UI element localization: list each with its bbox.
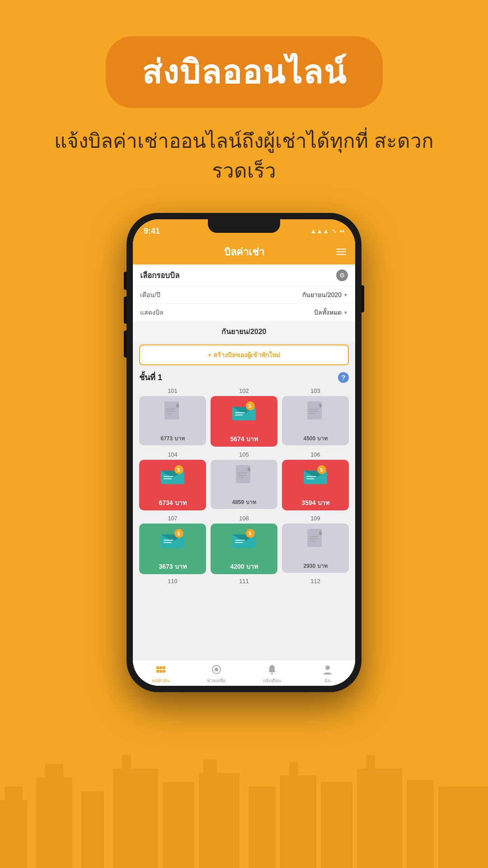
room-item-101: 101 $ — [139, 387, 206, 447]
svg-rect-13 — [321, 782, 352, 868]
signal-icon: ▲▲▲ — [310, 227, 329, 235]
room-card-108[interactable]: $ 4200 บาท — [211, 524, 277, 574]
envelope-icon-106: $ — [304, 464, 327, 484]
hamburger-line-3 — [336, 254, 346, 255]
room-card-103[interactable]: $ 4500 บาท — [282, 396, 349, 445]
person-icon — [322, 664, 333, 675]
floor-section: ชั้นที่ 1 ? 101 $ — [133, 368, 355, 590]
bell-icon — [266, 663, 278, 676]
nav-item-help[interactable]: ช่วยเหลือ — [188, 663, 244, 684]
nav-label-notify: แจ้งเตือน — [263, 677, 281, 684]
nav-label-help: ช่วยเหลือ — [207, 677, 225, 684]
svg-rect-62 — [235, 542, 243, 543]
envelope-icon-102: $ — [232, 401, 256, 420]
room-number-106: 106 — [310, 451, 320, 458]
floor-title: ชั้นที่ 1 — [139, 371, 162, 384]
svg-rect-3 — [45, 764, 63, 778]
room-number-107: 107 — [168, 515, 178, 522]
svg-rect-55 — [164, 540, 174, 541]
svg-rect-2 — [36, 778, 72, 868]
svg-rect-20 — [166, 409, 175, 410]
room-price-102: 5674 บาท — [211, 432, 277, 447]
svg-rect-70 — [163, 666, 165, 669]
doc-icon-101: $ — [163, 401, 183, 421]
select-header: เลือกรอบบิล ⚙ — [133, 264, 355, 286]
phone-outer: 9:41 ▲▲▲ ∿ ▪▪ บิลค่าเช่า เลือกรอบบิล — [127, 213, 361, 692]
svg-rect-56 — [164, 542, 172, 543]
hamburger-menu-button[interactable] — [336, 249, 346, 255]
svg-rect-21 — [166, 411, 175, 412]
svg-rect-7 — [163, 782, 194, 868]
room-card-106[interactable]: $ 3594 บาท — [282, 460, 349, 510]
room-card-105[interactable]: $ 4859 บาท — [211, 460, 277, 509]
filter-show-label: แสดงบิล — [140, 307, 164, 317]
room-item-102: 102 $ — [211, 387, 277, 447]
svg-rect-15 — [366, 755, 375, 769]
svg-rect-71 — [156, 670, 159, 673]
svg-rect-16 — [407, 780, 434, 868]
svg-text:$: $ — [177, 531, 180, 536]
status-time: 9:41 — [144, 226, 160, 236]
room-number-111: 111 — [211, 578, 277, 590]
svg-rect-9 — [203, 760, 217, 773]
svg-text:$: $ — [176, 403, 179, 408]
envelope-icon-104: $ — [161, 464, 184, 484]
svg-rect-0 — [0, 800, 27, 868]
svg-rect-66 — [309, 538, 318, 539]
svg-rect-22 — [166, 413, 173, 414]
nav-item-notify[interactable]: แจ้งเตือน — [244, 663, 300, 684]
room-price-109: 2930 บาท — [282, 560, 349, 573]
svg-rect-14 — [357, 769, 402, 868]
svg-rect-73 — [163, 670, 165, 673]
filter-show-value[interactable]: บิลทั้งหมด ▼ — [314, 307, 348, 317]
room-card-107[interactable]: $ 3673 บาท — [139, 524, 206, 574]
svg-rect-69 — [160, 666, 162, 669]
room-price-103: 4500 บาท — [282, 432, 349, 445]
svg-rect-33 — [309, 413, 315, 414]
help-button[interactable]: ? — [338, 372, 349, 383]
room-number-110: 110 — [139, 578, 206, 590]
svg-text:$: $ — [320, 467, 323, 472]
svg-rect-11 — [280, 775, 316, 868]
subtitle-text: แจ้งบิลค่าเช่าออนไลน์ถึงผู้เช่าได้ทุกที่… — [0, 126, 488, 186]
select-header-title: เลือกรอบบิล — [140, 269, 179, 281]
phone-vol-up-button — [124, 297, 127, 324]
room-number-105: 105 — [239, 451, 249, 458]
phone-mute-button — [124, 272, 127, 290]
chevron-down-icon: ▼ — [343, 292, 348, 297]
filter-month-value[interactable]: กันยายน/2020 ▼ — [302, 290, 348, 300]
room-card-102[interactable]: $ 5674 บาท — [211, 396, 277, 447]
filter-month-row[interactable]: เดือน/ปี กันยายน/2020 ▼ — [133, 286, 355, 304]
svg-rect-72 — [160, 670, 162, 673]
building-icon — [155, 664, 167, 675]
svg-rect-44 — [238, 477, 244, 478]
hamburger-line-2 — [336, 251, 346, 252]
room-card-109[interactable]: $ 2930 บาท — [282, 524, 349, 573]
room-card-104[interactable]: $ 6734 บาท — [139, 460, 206, 510]
settings-gear-button[interactable]: ⚙ — [336, 269, 348, 281]
profile-icon — [321, 663, 334, 676]
room-number-109: 109 — [310, 515, 320, 522]
next-row-numbers: 110 111 112 — [139, 578, 349, 590]
svg-rect-27 — [235, 412, 245, 413]
svg-point-77 — [325, 665, 330, 670]
nav-item-profile[interactable]: ฉัน — [300, 663, 355, 684]
wifi-icon: ∿ — [332, 227, 337, 235]
filter-show-row[interactable]: แสดงบิล บิลทั้งหมด ▼ — [133, 304, 355, 321]
room-card-101[interactable]: $ 6773 บาท — [139, 396, 206, 445]
phone-power-button — [361, 285, 364, 312]
svg-rect-32 — [309, 411, 318, 412]
doc-icon-103: $ — [305, 401, 325, 421]
create-bill-button[interactable]: + สร้างบิลของผู้เข้าพักใหม่ — [139, 344, 349, 365]
room-number-103: 103 — [310, 387, 320, 394]
title-badge: ส่งบิลออนไลน์ — [106, 36, 383, 108]
filter-month-text: กันยายน/2020 — [302, 290, 342, 300]
svg-rect-38 — [164, 476, 174, 477]
month-heading: กันยายน/2020 — [133, 321, 355, 342]
svg-point-76 — [271, 673, 273, 675]
floor-header: ชั้นที่ 1 ? — [139, 371, 349, 384]
svg-rect-49 — [306, 476, 316, 477]
room-number-101: 101 — [168, 387, 178, 394]
phone-inner: 9:41 ▲▲▲ ∿ ▪▪ บิลค่าเช่า เลือกรอบบิล — [133, 219, 355, 686]
nav-item-home[interactable]: หอพักฉัน — [133, 663, 188, 684]
